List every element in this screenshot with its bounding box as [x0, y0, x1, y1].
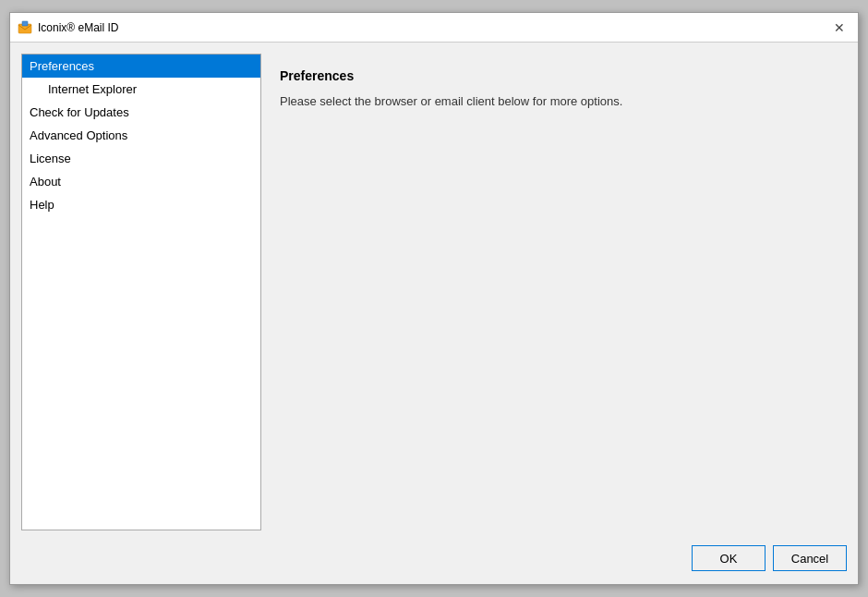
main-window: Iconix® eMail ID ✕ Preferences Internet …: [9, 12, 859, 585]
sidebar-item-internet-explorer[interactable]: Internet Explorer: [22, 78, 260, 101]
ok-button[interactable]: OK: [692, 545, 766, 571]
svg-rect-1: [22, 21, 28, 26]
content-title: Preferences: [280, 68, 828, 83]
sidebar-item-check-for-updates[interactable]: Check for Updates: [22, 101, 260, 124]
window-body: Preferences Internet Explorer Check for …: [10, 43, 858, 584]
sidebar-item-license[interactable]: License: [22, 147, 260, 170]
title-bar-left: Iconix® eMail ID: [18, 20, 119, 35]
close-button[interactable]: ✕: [828, 17, 850, 39]
app-icon: [18, 20, 32, 35]
main-content: Preferences Internet Explorer Check for …: [21, 54, 847, 530]
cancel-button[interactable]: Cancel: [773, 545, 847, 571]
title-bar: Iconix® eMail ID ✕: [10, 13, 858, 43]
sidebar-item-help[interactable]: Help: [22, 193, 260, 216]
sidebar-item-about[interactable]: About: [22, 170, 260, 193]
sidebar: Preferences Internet Explorer Check for …: [21, 54, 261, 530]
content-panel: Preferences Please select the browser or…: [261, 54, 847, 530]
sidebar-item-preferences[interactable]: Preferences: [22, 55, 260, 78]
content-description: Please select the browser or email clien…: [280, 92, 828, 111]
sidebar-item-advanced-options[interactable]: Advanced Options: [22, 124, 260, 147]
window-title: Iconix® eMail ID: [38, 21, 119, 34]
footer: OK Cancel: [21, 542, 847, 573]
